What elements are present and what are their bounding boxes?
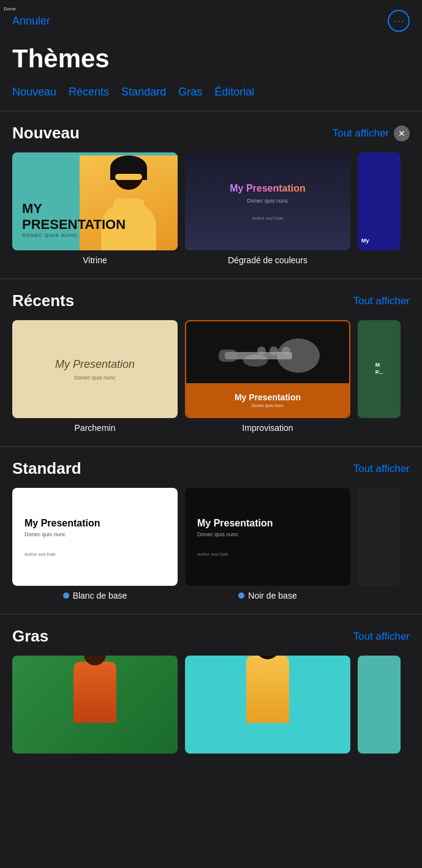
svg-point-3 [257,346,266,355]
vitrine-donec: DONEC QUIS NUNC [22,233,126,238]
blanc-bg: My Presentation Donec quis nunc Author a… [12,488,178,586]
degrade-title: My Presentation [230,183,306,194]
noir-label: Noir de base [248,591,296,600]
section-recents: Récents Tout afficher My Presentation Do… [0,279,422,446]
vitrine-label: Vitrine [83,255,107,265]
standard-templates-row: My Presentation Donec quis nunc Author a… [12,488,410,608]
nav-tabs: Nouveau Récents Standard Gras Éditorial [0,86,422,111]
gras1-figure [24,660,165,723]
noir-author: Author and Date [197,552,338,556]
nouveau-tout-afficher[interactable]: Tout afficher [333,127,389,140]
parchemin-title: My Presentation [55,358,135,371]
blanc-thumb: My Presentation Donec quis nunc Author a… [12,488,178,586]
section-standard: Standard Tout afficher My Presentation D… [0,446,422,614]
noir-title: My Presentation [197,518,338,529]
blanc-dot [63,593,69,599]
cancel-button[interactable]: Annuler [12,15,50,28]
improvisation-label: Improvisation [242,423,293,433]
gras1-thumb: AUTHOR AND DATE MY PRESENTATION [12,656,178,754]
svg-point-5 [282,346,290,355]
vitrine-presentation: PRESENTATION [22,217,126,233]
template-improvisation[interactable]: My Presentation Donec quis nunc Improvis… [185,320,350,433]
parchemin-label: Parchemin [75,423,116,433]
degrade-label: Dégradé de couleurs [228,255,307,265]
section-nouveau: Nouveau Tout afficher ✕ MY PRESENTATION … [0,111,422,279]
improv-overlay: My Presentation Donec quis nunc [186,383,349,417]
blanc-author: Author and Date [24,552,165,556]
tab-editorial[interactable]: Éditorial [214,86,254,99]
trumpet-svg [213,325,323,380]
template-gras2[interactable]: MY [185,656,350,758]
vitrine-my: MY [22,201,126,217]
vitrine-text: MY PRESENTATION DONEC QUIS NUNC [22,201,126,238]
blanc-sub: Donec quis nunc [24,531,165,537]
improvisation-thumb: My Presentation Donec quis nunc [185,320,350,418]
section-standard-header: Standard Tout afficher [12,459,410,478]
tab-recents[interactable]: Récents [69,86,109,99]
section-gras: Gras Tout afficher AUTHOR AND DATE [0,614,422,772]
section-nouveau-actions: Tout afficher ✕ [333,125,410,141]
noir-dot [238,593,244,599]
recents-templates-row: My Presentation Donec quis nunc Parchemi… [12,320,410,440]
gras2-bg: MY [185,656,350,754]
gras1-bg: AUTHOR AND DATE MY PRESENTATION [12,656,178,754]
template-partial-green[interactable]: MP... [358,320,401,418]
svg-point-6 [243,354,268,367]
template-degrade[interactable]: My Presentation Donec quis nunc Author a… [185,152,350,265]
vitrine-thumb: MY PRESENTATION DONEC QUIS NUNC [12,152,178,250]
noir-sub: Donec quis nunc [197,531,338,537]
template-vitrine[interactable]: MY PRESENTATION DONEC QUIS NUNC [12,152,178,265]
section-nouveau-title: Nouveau [12,124,80,143]
section-standard-title: Standard [12,459,81,478]
parchemin-bg: My Presentation Donec quis nunc [12,320,178,418]
more-button[interactable]: ⋯ [388,10,410,32]
tab-gras[interactable]: Gras [178,86,202,99]
template-blanc[interactable]: My Presentation Donec quis nunc Author a… [12,488,178,600]
page-title: Thèmes [0,38,422,86]
recents-tout-afficher[interactable]: Tout afficher [353,295,410,307]
blanc-label: Blanc de base [73,591,127,600]
gras2-thumb: MY [185,656,350,754]
improv-sub: Donec quis nunc [252,403,284,408]
template-parchemin[interactable]: My Presentation Donec quis nunc Parchemi… [12,320,178,433]
section-recents-title: Récents [12,291,74,310]
template-gras1[interactable]: AUTHOR AND DATE MY PRESENTATION [12,656,178,758]
blanc-label-wrap: Blanc de base [63,591,127,600]
partial-my: My [361,238,369,244]
gras-templates-row: AUTHOR AND DATE MY PRESENTATION [12,656,410,766]
template-noir[interactable]: My Presentation Donec quis nunc Author a… [185,488,350,600]
parchemin-thumb: My Presentation Donec quis nunc [12,320,178,418]
gras2-figure [197,656,338,723]
improv-title: My Presentation [235,392,301,402]
template-partial-gras[interactable] [358,656,401,754]
degrade-author: Author and Date [252,216,284,220]
nouveau-close-button[interactable]: ✕ [394,125,410,141]
vitrine-bg: MY PRESENTATION DONEC QUIS NUNC [12,152,178,250]
noir-bg: My Presentation Donec quis nunc Author a… [185,488,350,586]
degrade-bg: My Presentation Donec quis nunc Author a… [185,152,350,250]
standard-tout-afficher[interactable]: Tout afficher [353,463,410,475]
section-recents-header: Récents Tout afficher [12,291,410,310]
nouveau-templates-row: MY PRESENTATION DONEC QUIS NUNC [12,152,410,272]
svg-rect-2 [219,350,237,362]
partial-green-text: MP... [371,357,388,381]
svg-point-4 [269,346,278,355]
section-gras-header: Gras Tout afficher [12,627,410,646]
template-partial-standard[interactable] [358,488,401,586]
tab-nouveau[interactable]: Nouveau [12,86,56,99]
parchemin-sub: Donec quis nunc [74,375,115,381]
degrade-thumb: My Presentation Donec quis nunc Author a… [185,152,350,250]
more-icon: ⋯ [393,14,404,28]
trumpet-visual [186,321,349,383]
improvisation-bg: My Presentation Donec quis nunc [186,321,349,417]
noir-thumb: My Presentation Donec quis nunc Author a… [185,488,350,586]
close-icon: ✕ [398,129,405,138]
degrade-sub: Donec quis nunc [247,198,288,204]
section-nouveau-header: Nouveau Tout afficher ✕ [12,124,410,143]
gras-tout-afficher[interactable]: Tout afficher [353,630,410,643]
section-gras-title: Gras [12,627,48,646]
noir-label-wrap: Noir de base [238,591,296,600]
blanc-title: My Presentation [24,518,165,529]
tab-standard[interactable]: Standard [121,86,166,99]
template-partial-blue[interactable]: Done My [358,152,401,250]
